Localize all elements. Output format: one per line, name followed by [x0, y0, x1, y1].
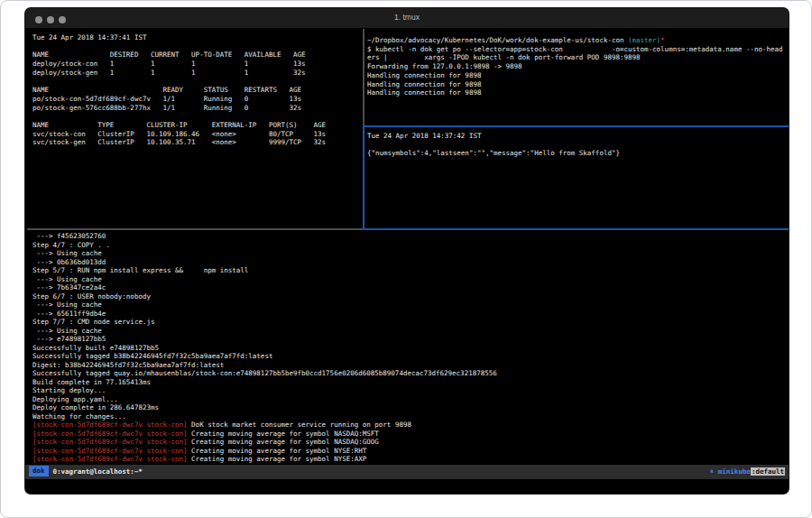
- build-log-line: [stock-con-5d7df689cf-dwc7v stock-con] C…: [32, 430, 787, 439]
- port-forward-output: ~/Dropbox/advocacy/Kubernetes/DoK/work/d…: [367, 36, 787, 97]
- pane-divider-vertical[interactable]: [363, 29, 364, 126]
- build-log-text: ---> f45623052760 Step 4/7 : COPY . . --…: [32, 232, 787, 421]
- pod-log-prefix: [stock-con-5d7df689cf-dwc7v stock-con]: [32, 455, 188, 463]
- pane-port-forward[interactable]: ~/Dropbox/advocacy/Kubernetes/DoK/work/d…: [367, 36, 787, 125]
- pod-log-prefix: [stock-con-5d7df689cf-dwc7v stock-con]: [32, 438, 188, 446]
- build-log-line: [stock-con-5d7df689cf-dwc7v stock-con] C…: [32, 455, 787, 464]
- pane-divider-vertical-active[interactable]: [363, 126, 364, 229]
- tmux-status-bar: dok0:vagrant@localhost:~* ⎈ minikube:def…: [25, 465, 789, 479]
- pane-divider-horizontal[interactable]: [27, 228, 363, 230]
- kube-status: ⎈ minikube:default: [709, 465, 785, 479]
- kube-context-label: minikube: [718, 467, 751, 476]
- pane-probe-output[interactable]: Tue 24 Apr 2018 14:37:42 IST {"numsymbol…: [367, 132, 787, 227]
- tmux-window-item[interactable]: 0:vagrant@localhost:~*: [53, 467, 143, 476]
- prompt-path: ~/Dropbox/advocacy/Kubernetes/DoK/work/d…: [367, 36, 628, 44]
- pane-kubectl-watch[interactable]: Tue 24 Apr 2018 14:37:41 IST NAME DESIRE…: [32, 33, 363, 227]
- window-title: 1. tmux: [25, 13, 789, 22]
- port-forward-body: $ kubectl -n dok get po --selector=app=s…: [367, 45, 783, 97]
- pane-skaffold-build[interactable]: ---> f45623052760 Step 4/7 : COPY . . --…: [32, 232, 787, 463]
- git-branch-label: (master): [628, 36, 660, 44]
- git-dirty-marker: *: [660, 36, 665, 44]
- pod-log-prefix: [stock-con-5d7df689cf-dwc7v stock-con]: [32, 421, 188, 429]
- probe-output: Tue 24 Apr 2018 14:37:42 IST {"numsymbol…: [367, 132, 787, 158]
- terminal-window: 1. tmux Tue 24 Apr 2018 14:37:41 IST NAM…: [25, 8, 789, 494]
- kubectl-watch-output: Tue 24 Apr 2018 14:37:41 IST NAME DESIRE…: [32, 33, 363, 147]
- window-titlebar: 1. tmux: [25, 8, 789, 29]
- pane-divider-horizontal-active[interactable]: [363, 125, 789, 127]
- pod-log-prefix: [stock-con-5d7df689cf-dwc7v stock-con]: [32, 430, 188, 438]
- helm-wheel-icon: ⎈: [709, 467, 714, 476]
- build-log-line: [stock-con-5d7df689cf-dwc7v stock-con] D…: [32, 421, 787, 430]
- build-log-line: [stock-con-5d7df689cf-dwc7v stock-con] C…: [32, 438, 787, 447]
- build-log-colored: [stock-con-5d7df689cf-dwc7v stock-con] D…: [32, 421, 787, 464]
- kube-namespace-label: :default: [751, 467, 785, 476]
- screenshot-frame: 1. tmux Tue 24 Apr 2018 14:37:41 IST NAM…: [0, 0, 812, 518]
- pane-divider-horizontal-active-right[interactable]: [363, 228, 789, 230]
- tmux-session-badge[interactable]: dok: [29, 466, 49, 476]
- pod-log-prefix: [stock-con-5d7df689cf-dwc7v stock-con]: [32, 447, 188, 455]
- build-log-line: [stock-con-5d7df689cf-dwc7v stock-con] C…: [32, 447, 787, 456]
